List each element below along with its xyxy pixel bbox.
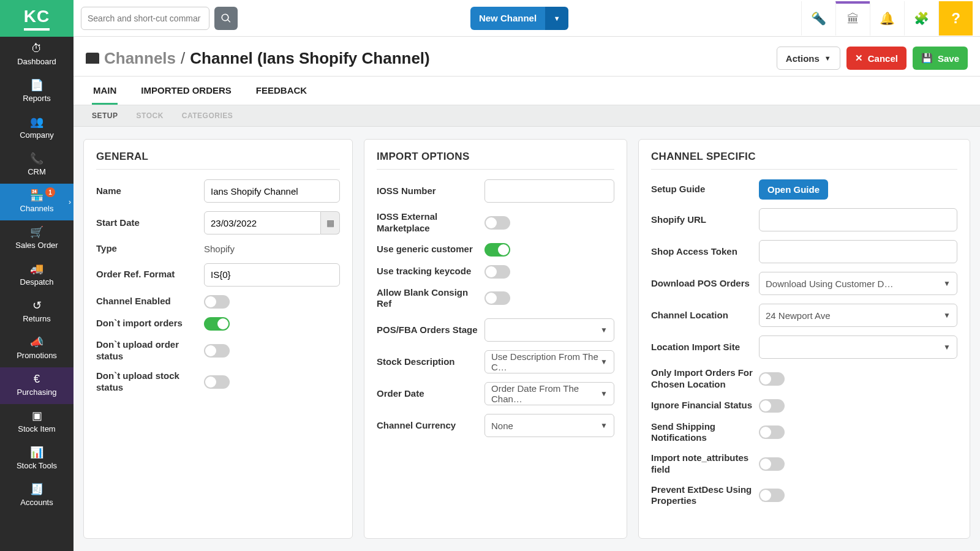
nav-channels[interactable]: 1 🏪Channels ›: [0, 184, 74, 220]
sidebar: KC ⏱Dashboard 📄Reports 👥Company 📞CRM 1 🏪…: [0, 0, 74, 551]
chevron-down-icon: ▼: [943, 311, 951, 320]
chart-icon: 📊: [4, 447, 70, 458]
tab-imported-orders[interactable]: IMPORTED ORDERS: [140, 77, 233, 105]
nav-reports[interactable]: 📄Reports: [0, 73, 74, 110]
pos-fba-select[interactable]: ▼: [484, 318, 614, 342]
crm-icon: 📞: [4, 153, 70, 164]
apps-icon[interactable]: 🧩: [904, 1, 938, 36]
page-title: Channel (Ians Shopify Channel): [190, 49, 429, 68]
logo[interactable]: KC: [0, 0, 74, 37]
shopify-url-input[interactable]: [759, 208, 957, 231]
nav-promotions[interactable]: 📣Promotions: [0, 331, 74, 367]
date-picker-button[interactable]: ▦: [321, 211, 340, 234]
card-import-options: IMPORT OPTIONS IOSS Number IOSS External…: [364, 139, 627, 539]
nav-stock-tools[interactable]: 📊Stock Tools: [0, 441, 74, 478]
chevron-down-icon: ▼: [943, 343, 951, 351]
new-channel-dropdown[interactable]: ▼: [545, 7, 568, 30]
page-header: Channels / Channel (Ians Shopify Channel…: [74, 37, 980, 77]
tab-main[interactable]: MAIN: [92, 77, 118, 105]
box-icon: ▣: [4, 410, 70, 421]
ioss-external-toggle[interactable]: [484, 216, 510, 230]
megaphone-icon: 📣: [4, 337, 70, 348]
returns-icon: ↺: [4, 300, 70, 311]
cart-icon: 🛒: [4, 227, 70, 238]
accounts-icon: 🧾: [4, 484, 70, 495]
prevent-extdesc-toggle[interactable]: [759, 489, 785, 502]
nav-accounts[interactable]: 🧾Accounts: [0, 478, 74, 514]
download-pos-select[interactable]: Download Using Customer D…▼: [759, 272, 957, 295]
send-shipping-toggle[interactable]: [759, 425, 785, 439]
ioss-number-input[interactable]: [484, 179, 614, 203]
subtab-categories[interactable]: CATEGORIES: [182, 111, 233, 120]
start-date-input[interactable]: [204, 211, 321, 234]
nav-dashboard[interactable]: ⏱Dashboard: [0, 37, 74, 73]
name-input[interactable]: [204, 179, 340, 203]
chevron-down-icon: ▼: [943, 279, 951, 288]
bell-icon[interactable]: 🔔: [870, 1, 904, 36]
nav-despatch[interactable]: 🚚Despatch: [0, 257, 74, 294]
channel-location-select[interactable]: 24 Newport Ave▼: [759, 304, 957, 327]
help-button[interactable]: ?: [938, 1, 973, 36]
subtab-setup[interactable]: SETUP: [92, 111, 118, 120]
new-channel-button[interactable]: New Channel: [470, 7, 545, 30]
subtab-stock[interactable]: STOCK: [137, 111, 164, 120]
dont-upload-order-toggle[interactable]: [204, 344, 230, 358]
open-guide-button[interactable]: Open Guide: [759, 179, 828, 200]
import-heading: IMPORT OPTIONS: [377, 151, 614, 163]
chevron-down-icon: ▼: [600, 358, 608, 366]
tabs-secondary: SETUP STOCK CATEGORIES: [74, 105, 980, 127]
card-channel-specific: CHANNEL SPECIFIC Setup GuideOpen Guide S…: [638, 139, 970, 539]
nav-purchasing[interactable]: €Purchasing: [0, 367, 74, 404]
nav-stock-item[interactable]: ▣Stock Item: [0, 404, 74, 441]
nav-company[interactable]: 👥Company: [0, 110, 74, 147]
channels-badge: 1: [45, 187, 55, 197]
chevron-down-icon: ▼: [600, 389, 608, 398]
dont-upload-stock-toggle[interactable]: [204, 375, 230, 389]
order-date-select[interactable]: Order Date From The Chan…▼: [484, 382, 614, 405]
store-icon: [86, 53, 99, 64]
breadcrumb: Channels / Channel (Ians Shopify Channel…: [86, 49, 430, 68]
chevron-down-icon: ▼: [600, 421, 608, 430]
location-import-select[interactable]: ▼: [759, 335, 957, 359]
shop-access-token-input[interactable]: [759, 240, 957, 263]
cancel-button[interactable]: ✕ Cancel: [846, 47, 907, 70]
channel-currency-select[interactable]: None▼: [484, 414, 614, 437]
only-import-location-toggle[interactable]: [759, 372, 785, 386]
search-icon: [221, 13, 232, 24]
actions-dropdown[interactable]: Actions ▼: [777, 47, 840, 70]
order-ref-input[interactable]: [204, 263, 340, 287]
tab-feedback[interactable]: FEEDBACK: [255, 77, 308, 105]
breadcrumb-root[interactable]: Channels: [104, 49, 176, 68]
search-button[interactable]: [214, 7, 238, 30]
company-icon: 👥: [4, 116, 70, 127]
save-button[interactable]: 💾 Save: [913, 47, 968, 70]
channels-icon: 🏪: [4, 190, 70, 201]
stock-description-select[interactable]: Use Description From The C…▼: [484, 350, 614, 373]
chevron-right-icon: ›: [69, 198, 71, 206]
channel-enabled-toggle[interactable]: [204, 295, 230, 309]
nav-returns[interactable]: ↺Returns: [0, 294, 74, 331]
close-icon: ✕: [855, 53, 863, 64]
import-note-attributes-toggle[interactable]: [759, 457, 785, 471]
specific-heading: CHANNEL SPECIFIC: [651, 151, 957, 163]
type-value: Shopify: [204, 244, 235, 254]
warehouse-icon[interactable]: 🏛: [835, 1, 870, 36]
purchasing-icon: €: [4, 373, 70, 384]
use-generic-customer-toggle[interactable]: [484, 243, 510, 257]
tabs-primary: MAIN IMPORTED ORDERS FEEDBACK: [74, 77, 980, 105]
use-tracking-keycode-toggle[interactable]: [484, 265, 510, 279]
search-input[interactable]: [81, 7, 209, 30]
calendar-icon: ▦: [326, 218, 334, 228]
dont-import-orders-toggle[interactable]: [204, 317, 230, 331]
nav-sales-order[interactable]: 🛒Sales Order: [0, 220, 74, 257]
allow-blank-consign-toggle[interactable]: [484, 291, 510, 305]
general-heading: GENERAL: [96, 151, 340, 163]
card-general: GENERAL Name Start Date▦ TypeShopify Ord…: [83, 139, 353, 539]
chevron-down-icon: ▼: [824, 54, 831, 62]
topbar: New Channel ▼ 🔦 🏛 🔔 🧩 ?: [74, 0, 980, 37]
reports-icon: 📄: [4, 80, 70, 91]
nav-crm[interactable]: 📞CRM: [0, 147, 74, 184]
ignore-financial-toggle[interactable]: [759, 399, 785, 413]
chevron-down-icon: ▼: [554, 15, 560, 22]
scanner-icon[interactable]: 🔦: [801, 1, 835, 36]
